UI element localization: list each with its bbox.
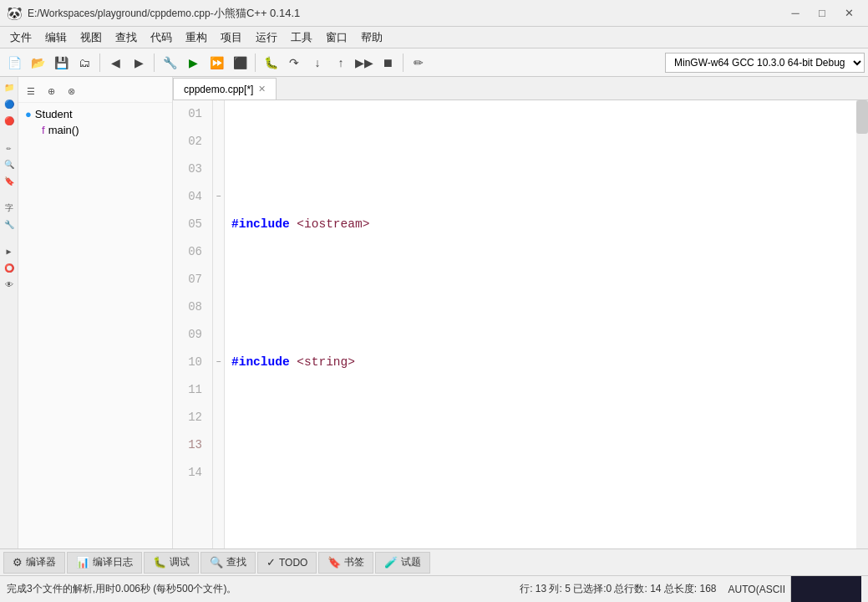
code-lines: #include <iostream> #include <string> st… bbox=[225, 100, 856, 548]
toolbar-sep-2 bbox=[154, 54, 155, 72]
continue-button[interactable]: ▶▶ bbox=[353, 52, 375, 74]
tab-bar: cppdemo.cpp[*] ✕ bbox=[173, 77, 868, 100]
save-button[interactable]: 💾 bbox=[50, 52, 72, 74]
sidebar-icon-watch[interactable]: 👁 bbox=[2, 278, 17, 293]
menu-item-窗口[interactable]: 窗口 bbox=[319, 28, 354, 47]
compile-button[interactable]: 🔧 bbox=[159, 52, 180, 74]
tab-label: cppdemo.cpp[*] bbox=[184, 84, 253, 95]
right-scrollbar[interactable] bbox=[856, 100, 868, 548]
close-button[interactable]: ✕ bbox=[836, 5, 861, 22]
menu-item-重构[interactable]: 重构 bbox=[179, 28, 214, 47]
bottom-tab-icon-3: 🔍 bbox=[210, 556, 223, 569]
file-tree: ☰ ⊕ ⊗ ● Student f main() bbox=[18, 77, 173, 548]
bottom-tab-icon-4: ✓ bbox=[266, 556, 276, 569]
menu-item-查找[interactable]: 查找 bbox=[109, 28, 144, 47]
sidebar-icon-search[interactable]: 🔍 bbox=[2, 157, 17, 172]
tree-item-main-label: main() bbox=[48, 124, 79, 136]
run-button[interactable]: ▶ bbox=[182, 52, 204, 74]
tree-menu-btn[interactable]: ☰ bbox=[22, 82, 40, 100]
fold-struct[interactable]: − bbox=[213, 183, 224, 211]
menu-item-运行[interactable]: 运行 bbox=[249, 28, 284, 47]
back-button[interactable]: ◀ bbox=[104, 52, 126, 74]
tree-add-btn[interactable]: ⊕ bbox=[42, 82, 60, 100]
bottom-tab-icon-0: ⚙ bbox=[13, 556, 23, 569]
titlebar: 🐼 E:/Workspaces/playground/cppdemo.cpp -… bbox=[0, 0, 868, 27]
menu-item-帮助[interactable]: 帮助 bbox=[354, 28, 389, 47]
step-out-button[interactable]: ↑ bbox=[330, 52, 352, 74]
toolbar-sep-1 bbox=[99, 54, 100, 72]
tree-fn-icon: f bbox=[42, 124, 45, 136]
step-over-button[interactable]: ↷ bbox=[283, 52, 305, 74]
stop-debug-button[interactable]: ⏹ bbox=[377, 52, 398, 74]
menu-item-视图[interactable]: 视图 bbox=[74, 28, 109, 47]
menu-item-工具[interactable]: 工具 bbox=[284, 28, 319, 47]
title-app-name: 小熊猫C++ 0.14.1 bbox=[214, 6, 300, 21]
stop-button[interactable]: ⬛ bbox=[229, 52, 251, 74]
tree-item-student-label: Student bbox=[35, 108, 73, 120]
maximize-button[interactable]: □ bbox=[810, 5, 835, 22]
sidebar-icon-project[interactable]: 📁 bbox=[2, 80, 17, 95]
menu-item-文件[interactable]: 文件 bbox=[3, 28, 38, 47]
bottom-tab-label-6: 试题 bbox=[401, 555, 421, 569]
tree-close-btn[interactable]: ⊗ bbox=[62, 82, 80, 100]
bottom-tab-icon-5: 🔖 bbox=[327, 556, 341, 569]
status-encoding: AUTO(ASCII bbox=[728, 584, 785, 595]
tree-item-student[interactable]: ● Student bbox=[18, 106, 172, 122]
code-content[interactable]: #include <iostream> #include <string> st… bbox=[225, 100, 856, 548]
open-button[interactable]: 📂 bbox=[27, 52, 48, 74]
status-right: 行: 13 列: 5 已选择:0 总行数: 14 总长度: 168 AUTO(A… bbox=[520, 576, 861, 603]
sidebar-icon-translate[interactable]: 字 bbox=[2, 201, 17, 216]
compile-run-button[interactable]: ⏩ bbox=[206, 52, 227, 74]
bottom-tab-icon-1: 📊 bbox=[76, 556, 89, 569]
bottom-tab-1[interactable]: 📊编译日志 bbox=[67, 552, 142, 574]
sidebar-icon-tools[interactable]: 🔧 bbox=[2, 217, 17, 232]
bottom-tab-icon-6: 🧪 bbox=[384, 556, 398, 569]
fold-column: − − bbox=[213, 100, 225, 548]
compiler-select[interactable]: MinGW-w64 GCC 10.3.0 64-bit Debug bbox=[665, 53, 865, 73]
bottom-tab-label-1: 编译日志 bbox=[93, 555, 133, 569]
fold-main[interactable]: − bbox=[213, 349, 224, 376]
code-line-02: #include <string> bbox=[231, 349, 856, 376]
bottom-tab-4[interactable]: ✓TODO bbox=[257, 552, 317, 574]
bottom-tab-3[interactable]: 🔍查找 bbox=[201, 552, 256, 574]
sidebar-icon-class[interactable]: 🔵 bbox=[2, 97, 17, 112]
sidebar-icon-breakpoint[interactable]: ⭕ bbox=[2, 261, 17, 276]
tab-close-btn[interactable]: ✕ bbox=[258, 84, 266, 94]
code-line-03 bbox=[231, 487, 856, 514]
refactor-button[interactable]: ✏ bbox=[408, 52, 429, 74]
editor-tab-cppdemo[interactable]: cppdemo.cpp[*] ✕ bbox=[173, 78, 277, 99]
new-button[interactable]: 📄 bbox=[3, 52, 25, 74]
bottom-tab-label-5: 书签 bbox=[344, 555, 364, 569]
toolbar-sep-3 bbox=[255, 54, 256, 72]
menu-item-编辑[interactable]: 编辑 bbox=[38, 28, 74, 47]
bottom-tab-5[interactable]: 🔖书签 bbox=[318, 552, 373, 574]
code-editor[interactable]: 01 02 03 04 05 06 07 08 09 10 11 12 13 1… bbox=[173, 100, 868, 548]
sidebar-icon-edit[interactable]: ✏ bbox=[2, 140, 17, 156]
menubar: 文件编辑视图查找代码重构项目运行工具窗口帮助 bbox=[0, 27, 868, 48]
save-all-button[interactable]: 🗂 bbox=[74, 52, 95, 74]
editor-area: cppdemo.cpp[*] ✕ 01 02 03 04 05 06 07 08… bbox=[173, 77, 868, 548]
sidebar-icon-debug2[interactable]: 🔴 bbox=[2, 114, 17, 129]
debug-button[interactable]: 🐛 bbox=[260, 52, 282, 74]
title-path: E:/Workspaces/playground/cppdemo.cpp bbox=[28, 8, 211, 19]
bottom-tab-2[interactable]: 🐛调试 bbox=[144, 552, 199, 574]
sidebar-icon-bookmark[interactable]: 🔖 bbox=[2, 174, 17, 189]
sidebar-icon-run2[interactable]: ▶ bbox=[2, 244, 17, 259]
tree-item-main[interactable]: f main() bbox=[18, 122, 172, 138]
forward-button[interactable]: ▶ bbox=[128, 52, 150, 74]
minimize-button[interactable]: ─ bbox=[783, 5, 808, 22]
main-area: 📁 🔵 🔴 ✏ 🔍 🔖 字 🔧 ▶ ⭕ 👁 ☰ ⊕ ⊗ ● Student f … bbox=[0, 77, 868, 548]
status-position: 行: 13 列: 5 已选择:0 总行数: 14 总长度: 168 bbox=[520, 582, 716, 596]
left-sidebar: 📁 🔵 🔴 ✏ 🔍 🔖 字 🔧 ▶ ⭕ 👁 bbox=[0, 77, 18, 548]
step-into-button[interactable]: ↓ bbox=[307, 52, 328, 74]
window-controls: ─ □ ✕ bbox=[783, 5, 861, 22]
bottom-tab-0[interactable]: ⚙编译器 bbox=[3, 552, 65, 574]
menu-item-代码[interactable]: 代码 bbox=[144, 28, 179, 47]
bottom-tab-label-2: 调试 bbox=[170, 555, 190, 569]
bottom-tabs: ⚙编译器📊编译日志🐛调试🔍查找✓TODO🔖书签🧪试题 bbox=[0, 548, 868, 575]
toolbar: 📄 📂 💾 🗂 ◀ ▶ 🔧 ▶ ⏩ ⬛ 🐛 ↷ ↓ ↑ ▶▶ ⏹ ✏ MinGW… bbox=[0, 48, 868, 77]
bottom-tab-label-0: 编译器 bbox=[26, 555, 56, 569]
status-message: 完成3个文件的解析,用时0.006秒 (每秒500个文件)。 bbox=[7, 582, 236, 596]
bottom-tab-6[interactable]: 🧪试题 bbox=[375, 552, 430, 574]
menu-item-项目[interactable]: 项目 bbox=[214, 28, 249, 47]
